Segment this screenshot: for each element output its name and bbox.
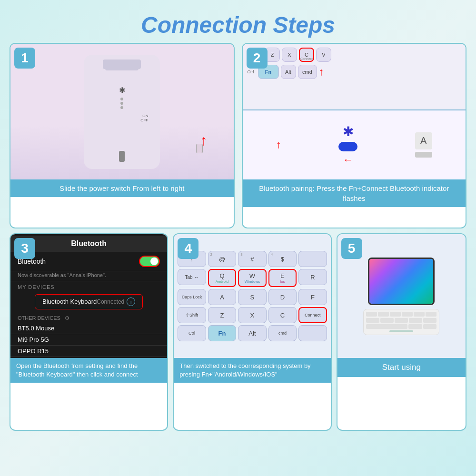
step2-image: ⇧ Shift Z X C Connect V Ctrl Fn Alt cmd … — [243, 44, 466, 179]
kw-k6 — [426, 312, 436, 317]
k-f: F — [298, 289, 327, 305]
bt-discoverable-text: Now discoverable as "Anna's iPhone". — [10, 271, 167, 281]
letter-group: A — [415, 132, 432, 158]
bluetooth-symbol: ✱ — [343, 124, 354, 139]
k-z: Z — [208, 307, 236, 323]
step5-caption: Start using — [337, 358, 466, 377]
page: Connection Steps 1 ✱ — [0, 0, 476, 476]
tablet-setup — [363, 258, 439, 335]
other-devices-label: OTHER DEVICES ⚙ — [10, 312, 167, 323]
led-indicators — [120, 98, 123, 109]
k-s: S — [238, 289, 266, 305]
k-dollar: $4 — [268, 251, 297, 267]
step5-card: 5 — [337, 233, 466, 431]
off-label: OFF — [140, 118, 148, 122]
k-alt: Alt — [238, 325, 266, 341]
keyboard-white — [363, 309, 439, 335]
keyboard-keys-area: ⇧ Shift Z X C Connect V Ctrl Fn Alt cmd … — [243, 44, 466, 109]
kw-k7 — [366, 318, 379, 323]
connected-badge: Connected i — [97, 298, 135, 306]
letter-a: A — [415, 132, 432, 149]
cmd-key: cmd — [298, 65, 317, 79]
step1-card: 1 ✱ — [10, 43, 235, 228]
device-name: Bluetooth Keyboard — [42, 298, 97, 305]
step4-card: 4 !1 @2 #3 $4 Tab ↔ QAndroid WWindo — [173, 233, 331, 431]
kw-k12 — [408, 324, 422, 329]
bottom-row: 3 Bluetooth Bluetooth Now discoverable a… — [5, 228, 471, 433]
kw-k11 — [423, 318, 436, 323]
step1-number: 1 — [14, 48, 35, 69]
android-label: Android — [216, 279, 229, 284]
k-d: D — [268, 289, 297, 305]
k-hash: #3 — [238, 251, 266, 267]
page-title: Connection Steps — [5, 5, 471, 43]
k-x: X — [238, 307, 266, 323]
step4-caption: Then switched to the coorresponding syst… — [174, 358, 330, 383]
k-r: R — [298, 269, 327, 285]
step2-caption: Bluetooth pairing: Press the Fn+Connect … — [243, 179, 466, 207]
ios-label: Ios — [280, 279, 285, 284]
k-w-windows: WWindows — [238, 269, 266, 287]
keyboard-side-illustration: ✱ ON OFF — [84, 55, 160, 169]
bluetooth-icon: ✱ — [119, 86, 125, 95]
keyboard-grid-4: !1 @2 #3 $4 Tab ↔ QAndroid WWindows EIos — [178, 251, 327, 341]
c-connect-key: C Connect — [299, 48, 314, 62]
bt5-mouse: BT5.0 Mouse — [10, 323, 167, 334]
alt-key: Alt — [281, 65, 296, 79]
power-switch — [196, 144, 203, 153]
kw-row3 — [366, 324, 436, 329]
kw-k3 — [390, 312, 401, 317]
k-tab: Tab ↔ — [178, 269, 206, 285]
k-empty1 — [298, 251, 327, 267]
kw-k9 — [395, 318, 408, 323]
bt-toggle[interactable] — [139, 256, 160, 267]
kw-row1 — [366, 312, 436, 317]
tablet-device — [368, 258, 435, 305]
kw-k1 — [366, 312, 377, 317]
step4-number: 4 — [178, 238, 198, 259]
k-ctrl: Ctrl — [178, 325, 206, 341]
k-e-ios: EIos — [268, 269, 297, 287]
step2-number: 2 — [247, 48, 268, 69]
bt-led-indicator — [338, 142, 357, 151]
touchpad — [389, 330, 413, 332]
fn-row: Ctrl Fn Alt cmd ↑ — [246, 64, 463, 79]
bt-pairing-area: ↑ ✱ ← A — [243, 110, 466, 180]
k-fn2: Fn — [208, 325, 236, 341]
k-connect: Connect — [298, 307, 327, 323]
step3-card: 3 Bluetooth Bluetooth Now discoverable a… — [10, 233, 168, 431]
step3-number: 3 — [14, 238, 35, 259]
kw-k5 — [414, 312, 425, 317]
bluetooth-keyboard-device[interactable]: Bluetooth Keyboard Connected i — [35, 294, 143, 309]
bt-keyboard-row: Bluetooth Keyboard Connected i — [25, 291, 152, 312]
k-c: C — [268, 307, 297, 323]
k-a: A — [208, 289, 236, 305]
red-arrow-right: ↑ — [319, 66, 324, 78]
kw-k4 — [402, 312, 413, 317]
mi9-pro: Mi9 Pro 5G — [10, 334, 167, 346]
step3-caption: Open the Bluetooth from setting and find… — [10, 358, 167, 383]
usb-port — [119, 151, 125, 162]
fn-arrow-group: ↑ — [276, 139, 281, 151]
kw-spacebar — [366, 324, 407, 329]
windows-label: Windows — [245, 279, 260, 284]
step5-number: 5 — [341, 238, 362, 259]
loading-icon: ⚙ — [65, 315, 69, 321]
kw-k10 — [409, 318, 422, 323]
on-label: ON — [142, 114, 148, 118]
tablet-screen — [369, 259, 433, 304]
top-row: 1 ✱ — [5, 43, 471, 228]
k-caps: Caps Lock — [178, 289, 206, 305]
kw-k2 — [378, 312, 389, 317]
status-bar — [415, 152, 432, 158]
kw-k13 — [423, 324, 437, 329]
oppo-r15: OPPO R15 — [10, 346, 167, 357]
step1-image: ✱ ON OFF ↑ — [10, 44, 234, 179]
v-key: V — [316, 48, 331, 62]
x-key: X — [282, 48, 297, 62]
k-empty2 — [298, 325, 327, 341]
k-shift: ⇧Shift — [178, 307, 206, 323]
red-arrow-fn: ↑ — [276, 139, 281, 151]
info-icon[interactable]: i — [127, 298, 135, 306]
k-cmd: cmd — [268, 325, 297, 341]
